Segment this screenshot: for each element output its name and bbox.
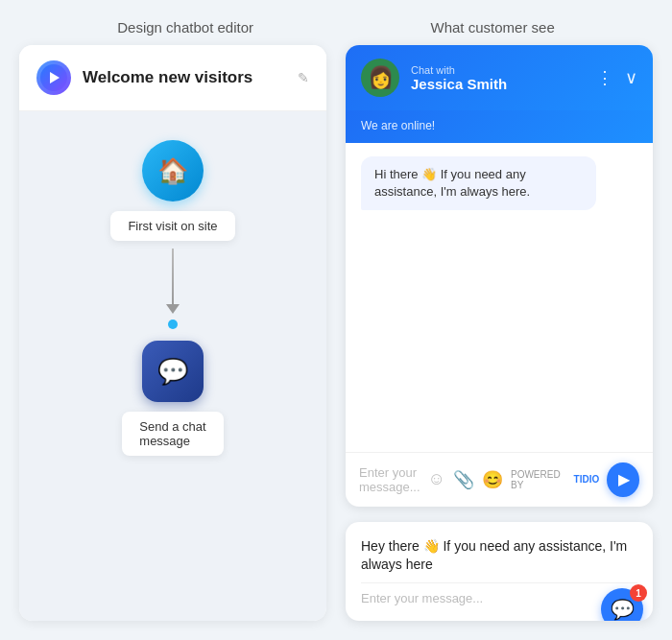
preview-input[interactable]: Enter your message...: [361, 582, 637, 605]
edit-icon[interactable]: ✎: [298, 70, 309, 85]
play-icon: [50, 72, 60, 83]
chat-bubble-icon: 💬: [157, 357, 188, 387]
notification-badge: 1: [630, 584, 647, 602]
send-arrow-icon: ▶: [618, 470, 630, 488]
chat-bubble-button[interactable]: 💬 1: [601, 588, 643, 621]
chat-header: 👩 Chat with Jessica Smith ⋮ ∨: [346, 45, 653, 110]
online-status-text: We are online!: [361, 119, 435, 132]
bot-logo: [36, 60, 71, 95]
customer-panel: 👩 Chat with Jessica Smith ⋮ ∨ We are onl…: [346, 45, 653, 621]
header-actions: ⋮ ∨: [596, 67, 637, 88]
preview-message: Hey there 👋 If you need any assistance, …: [361, 537, 637, 575]
chat-with-label: Chat with: [411, 64, 585, 76]
trigger-node[interactable]: 🏠: [142, 140, 204, 201]
tidio-logo: TIDIO: [574, 474, 600, 485]
action-label: Send a chat message: [122, 412, 223, 456]
editor-canvas: 🏠 First visit on site 💬 Send a chat mess…: [19, 111, 326, 621]
connector-line: [172, 249, 174, 306]
bot-logo-inner: [40, 64, 67, 91]
emoji-face-icon[interactable]: ☺: [428, 469, 445, 489]
editor-title: Welcome new visitors: [83, 68, 286, 87]
chat-bubble-btn-icon: 💬: [611, 598, 635, 621]
send-button[interactable]: ▶: [607, 462, 639, 497]
action-node[interactable]: 💬: [142, 341, 204, 402]
chat-footer: Enter your message... ☺ 📎 😊 POWERED BY T…: [346, 452, 653, 507]
attachment-icon[interactable]: 📎: [453, 469, 474, 490]
powered-by: POWERED BY TIDIO: [511, 469, 599, 490]
more-options-icon[interactable]: ⋮: [596, 67, 613, 88]
chat-preview-bottom: Hey there 👋 If you need any assistance, …: [346, 522, 653, 621]
chat-widget: 👩 Chat with Jessica Smith ⋮ ∨ We are onl…: [346, 45, 653, 507]
trigger-label: First visit on site: [110, 211, 234, 241]
agent-name: Jessica Smith: [411, 76, 585, 92]
bot-message-bubble: Hi there 👋 If you need any assistance, I…: [361, 156, 596, 210]
editor-header: Welcome new visitors ✎: [19, 45, 326, 111]
avatar-emoji: 👩: [368, 65, 394, 90]
footer-icons: ☺ 📎 😊: [428, 469, 503, 490]
chevron-down-icon[interactable]: ∨: [625, 67, 637, 88]
right-section-title: What customer see: [431, 19, 555, 36]
home-icon: 🏠: [157, 156, 188, 186]
connector-arrow: [166, 304, 180, 314]
editor-panel: Welcome new visitors ✎ 🏠 First visit on …: [19, 45, 326, 621]
chat-input[interactable]: Enter your message...: [359, 465, 420, 494]
agent-info: Chat with Jessica Smith: [411, 64, 585, 92]
online-banner: We are online!: [346, 110, 653, 143]
connector-dot: [168, 320, 178, 329]
connector: [166, 249, 180, 329]
smile-icon[interactable]: 😊: [482, 469, 503, 490]
left-section-title: Design chatbot editor: [117, 19, 253, 36]
chat-body: Hi there 👋 If you need any assistance, I…: [346, 143, 653, 452]
avatar: 👩: [361, 59, 399, 97]
